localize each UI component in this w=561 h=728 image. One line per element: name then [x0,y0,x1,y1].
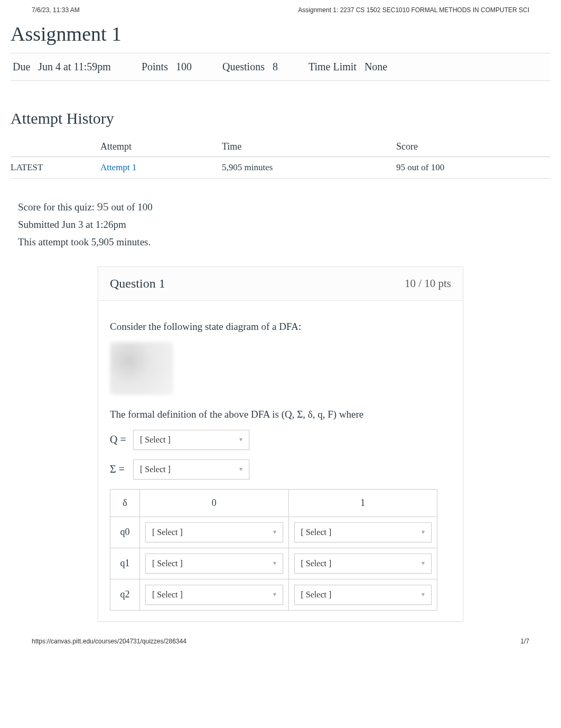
question-title: Question 1 [110,277,165,291]
time-limit-value: None [364,61,387,72]
delta-table: δ 0 1 q0 [ Select ] ▾ [110,489,437,611]
score-suffix: out of 100 [111,201,153,213]
select-q1-0[interactable]: [ Select ] ▾ [145,554,283,574]
score-label: Score for this quiz: [18,201,95,213]
score-summary: Score for this quiz: 95 out of 100 Submi… [11,197,550,251]
select-Q[interactable]: [ Select ] ▾ [133,430,249,450]
chevron-down-icon: ▾ [273,591,276,598]
table-row: LATEST Attempt 1 5,905 minutes 95 out of… [11,157,550,179]
q-label: Q = [110,434,133,446]
history-tag: LATEST [11,157,100,179]
question-intro: Consider the following state diagram of … [110,321,451,333]
duration-line: This attempt took 5,905 minutes. [18,234,550,251]
attempt-link[interactable]: Attempt 1 [100,162,136,172]
table-row: q1 [ Select ] ▾ [ Select ] ▾ [110,548,437,579]
select-placeholder: [ Select ] [152,559,183,568]
select-q0-0[interactable]: [ Select ] ▾ [145,522,283,542]
table-row: q2 [ Select ] ▾ [ Select ] ▾ [110,579,437,610]
chevron-down-icon: ▾ [422,591,425,598]
question-card: Question 1 10 / 10 pts Consider the foll… [98,266,463,622]
history-col-time: Time [222,137,396,157]
chevron-down-icon: ▾ [273,559,276,567]
score-value: 95 [97,200,109,213]
select-q2-0[interactable]: [ Select ] ▾ [145,585,283,605]
points-value: 100 [176,61,192,72]
select-Sigma[interactable]: [ Select ] ▾ [133,459,249,480]
attempt-history-heading: Attempt History [11,109,550,127]
table-row: q0 [ Select ] ▾ [ Select ] ▾ [110,517,437,548]
delta-state-q0: q0 [110,517,140,548]
delta-symbol: δ [110,489,140,517]
page-title: Assignment 1 [11,22,550,45]
print-datetime: 7/6/23, 11:33 AM [32,6,80,14]
delta-state-q1: q1 [110,548,140,579]
sigma-label: Σ = [110,463,133,475]
delta-state-q2: q2 [110,579,140,610]
chevron-down-icon: ▾ [422,528,425,536]
attempt-history-table: Attempt Time Score LATEST Attempt 1 5,90… [11,137,550,179]
print-page-number: 1/7 [520,638,529,645]
select-q1-1[interactable]: [ Select ] ▾ [294,554,432,574]
history-time: 5,905 minutes [222,157,396,179]
chevron-down-icon: ▾ [239,465,242,473]
history-score: 95 out of 100 [396,157,550,179]
select-placeholder: [ Select ] [152,528,183,537]
history-col-attempt: Attempt [100,137,222,157]
select-q0-1[interactable]: [ Select ] ▾ [294,522,432,542]
chevron-down-icon: ▾ [422,559,425,567]
history-col-score: Score [396,137,550,157]
questions-label: Questions [222,61,265,72]
chevron-down-icon: ▾ [273,528,276,536]
select-placeholder: [ Select ] [301,528,332,537]
print-doc-title: Assignment 1: 2237 CS 1502 SEC1010 FORMA… [298,6,529,14]
select-placeholder: [ Select ] [301,590,332,600]
due-value: Jun 4 at 11:59pm [38,61,111,72]
assignment-meta-bar: Due Jun 4 at 11:59pm Points 100 Question… [11,53,550,81]
chevron-down-icon: ▾ [239,436,242,444]
delta-col-0: 0 [140,489,289,517]
select-placeholder: [ Select ] [152,590,183,600]
formal-definition-text: The formal definition of the above DFA i… [110,409,451,420]
time-limit-label: Time Limit [308,61,357,72]
select-placeholder: [ Select ] [140,465,171,474]
select-q2-1[interactable]: [ Select ] ▾ [294,585,432,605]
question-points: 10 / 10 pts [405,277,451,290]
print-url: https://canvas.pitt.edu/courses/204731/q… [32,638,186,645]
points-label: Points [142,61,168,72]
select-placeholder: [ Select ] [140,435,171,445]
submitted-line: Submitted Jun 3 at 1:26pm [18,216,550,233]
questions-value: 8 [273,61,278,72]
select-placeholder: [ Select ] [301,559,332,568]
due-label: Due [13,61,30,72]
dfa-diagram-image [110,342,173,395]
delta-col-1: 1 [288,489,437,517]
